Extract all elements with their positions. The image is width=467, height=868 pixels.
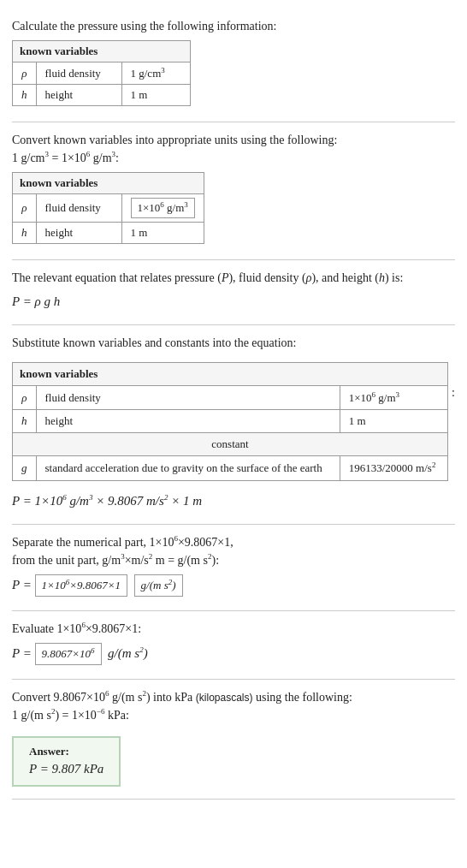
section1-table-header: known variables bbox=[13, 41, 191, 62]
answer-value: P = 9.807 kPa bbox=[29, 762, 103, 776]
val-height: 1 m bbox=[121, 85, 190, 106]
section3-intro: The relevant equation that relates press… bbox=[12, 269, 455, 287]
section3-equation: P = ρ g h bbox=[12, 292, 455, 312]
section4-equation: P = 1×106 g/m3 × 9.8067 m/s2 × 1 m bbox=[12, 491, 455, 511]
sym-rho: ρ bbox=[13, 62, 37, 85]
section6-intro: Evaluate 1×106×9.8067×1: bbox=[12, 620, 455, 638]
sym-h2: h bbox=[13, 222, 37, 243]
section1-table: known variables ρ fluid density 1 g/cm3 … bbox=[12, 40, 191, 106]
converted-value: 1×106 g/m3 bbox=[131, 198, 195, 217]
s5-unit-highlight: g/(m s2) bbox=[134, 574, 183, 597]
section-4: Substitute known variables and constants… bbox=[12, 325, 455, 525]
desc-gravity4: standard acceleration due to gravity on … bbox=[36, 456, 340, 480]
section-5: Separate the numerical part, 1×106×9.806… bbox=[12, 525, 455, 611]
section4-kv-header: known variables bbox=[13, 363, 448, 386]
answer-box: Answer: P = 9.807 kPa bbox=[12, 736, 121, 787]
desc-height4: height bbox=[36, 410, 340, 433]
table-row: ρ fluid density 1 g/cm3 bbox=[13, 62, 191, 85]
section-7: Convert 9.8067×106 g/(m s2) into kPa (ki… bbox=[12, 680, 455, 800]
section1-intro: Calculate the pressure using the followi… bbox=[12, 17, 455, 35]
val-fluid-density: 1 g/cm3 bbox=[121, 62, 190, 85]
section5-intro: Separate the numerical part, 1×106×9.806… bbox=[12, 533, 455, 569]
section-2: Convert known variables into appropriate… bbox=[12, 122, 455, 259]
sym-h: h bbox=[13, 85, 37, 106]
section6-equation: P = 9.8067×106 g/(m s2) bbox=[12, 643, 455, 665]
s6-num-highlight: 9.8067×106 bbox=[35, 643, 102, 665]
section2-table-header: known variables bbox=[13, 173, 204, 194]
s5-num-highlight: 1×106×9.8067×1 bbox=[35, 574, 128, 597]
desc-height2: height bbox=[36, 222, 121, 243]
sym-g4: g bbox=[13, 456, 37, 480]
val-fluid-density2: 1×106 g/m3 bbox=[121, 194, 204, 222]
val-height4: 1 m bbox=[340, 410, 447, 433]
section2-intro: Convert known variables into appropriate… bbox=[12, 131, 455, 167]
table-row: h height 1 m bbox=[13, 410, 448, 433]
section2-table: known variables ρ fluid density 1×106 g/… bbox=[12, 172, 204, 243]
val-height2: 1 m bbox=[121, 222, 204, 243]
table-row: g standard acceleration due to gravity o… bbox=[13, 456, 448, 480]
table-row: ρ fluid density 1×106 g/m3 bbox=[13, 386, 448, 410]
section-6: Evaluate 1×106×9.8067×1: P = 9.8067×106 … bbox=[12, 611, 455, 680]
desc-fluid-density4: fluid density bbox=[36, 386, 340, 410]
sym-rho2: ρ bbox=[13, 194, 37, 222]
answer-label: Answer: bbox=[29, 745, 103, 758]
desc-fluid-density2: fluid density bbox=[36, 194, 121, 222]
desc-height: height bbox=[36, 85, 121, 106]
table-row: h height 1 m bbox=[13, 222, 204, 243]
val-fluid-density4: 1×106 g/m3 bbox=[340, 386, 447, 410]
table-row: h height 1 m bbox=[13, 85, 191, 106]
sym-rho4: ρ bbox=[13, 386, 37, 410]
table-row: ρ fluid density 1×106 g/m3 bbox=[13, 194, 204, 222]
section4-c-header: constant bbox=[13, 433, 448, 456]
section4-table: known variables ρ fluid density 1×106 g/… bbox=[12, 362, 448, 481]
colon-decoration: : bbox=[452, 357, 455, 400]
section-3: The relevant equation that relates press… bbox=[12, 260, 455, 326]
val-gravity4: 196133/20000 m/s2 bbox=[340, 456, 447, 480]
section4-table-wrapper: known variables ρ fluid density 1×106 g/… bbox=[12, 357, 455, 485]
section5-equation: P = 1×106×9.8067×1 g/(m s2) bbox=[12, 574, 455, 597]
desc-fluid-density: fluid density bbox=[36, 62, 121, 85]
constant-header-row: constant bbox=[13, 433, 448, 456]
section-1: Calculate the pressure using the followi… bbox=[12, 9, 455, 122]
sym-h4: h bbox=[13, 410, 37, 433]
section7-intro: Convert 9.8067×106 g/(m s2) into kPa (ki… bbox=[12, 688, 455, 724]
section4-intro: Substitute known variables and constants… bbox=[12, 334, 455, 352]
